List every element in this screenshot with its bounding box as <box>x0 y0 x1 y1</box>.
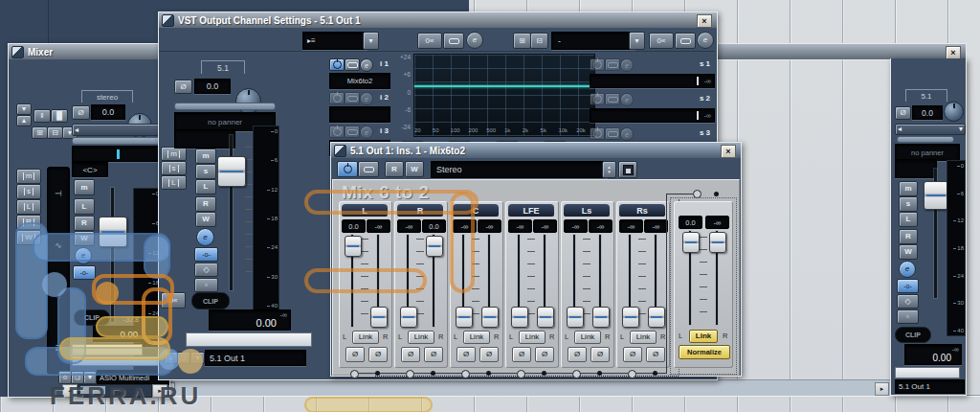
vst-title-bar[interactable]: VST Output Channel Settings - 5.1 Out 1 <box>159 12 717 28</box>
level-display[interactable]: -∞ 0.00 <box>209 309 291 331</box>
route-dot[interactable] <box>375 371 380 376</box>
mixer-scroll-track[interactable] <box>78 384 152 398</box>
route-circle[interactable] <box>517 370 525 378</box>
insert1-slot[interactable]: Mix6to2 <box>329 73 390 89</box>
write-button[interactable]: W <box>899 244 918 260</box>
send3-power-button[interactable] <box>590 127 605 140</box>
eq-display[interactable]: 20501002005001k2k5k10k20k <box>413 54 595 137</box>
inserts-bypass-button[interactable] <box>443 33 464 49</box>
copy-icon[interactable]: ❏ <box>177 352 190 364</box>
midi-icon[interactable]: ◌ <box>56 291 60 301</box>
master-link-button[interactable]: Link <box>689 330 718 343</box>
plugin-write-button[interactable]: W <box>405 161 424 177</box>
left-fader[interactable] <box>345 236 362 257</box>
inserts-reset-button[interactable]: 0« <box>417 33 442 49</box>
send3-edit-button[interactable]: e <box>620 127 634 141</box>
left-fader[interactable] <box>456 307 473 328</box>
solo-button[interactable]: s <box>899 196 918 212</box>
inserts-edit-button[interactable]: e <box>466 32 483 49</box>
left-fader[interactable] <box>400 307 417 328</box>
route-dot[interactable] <box>597 371 602 376</box>
program-spinner[interactable]: ▴ ▾ <box>602 161 616 178</box>
strip-listen-bracket[interactable]: L <box>161 175 187 190</box>
lock-icon[interactable]: ⊙ <box>165 352 178 364</box>
narrow-channels-icon[interactable]: ‖ <box>33 109 51 123</box>
insert-presets-dropdown[interactable]: ▸≡ <box>302 32 368 50</box>
left-phase-button[interactable]: Ø <box>401 347 420 362</box>
output-fader[interactable] <box>924 181 948 210</box>
route-dot[interactable] <box>431 371 435 376</box>
edit-channel-button[interactable]: e <box>196 228 214 246</box>
scroll-down-button[interactable]: ▾ <box>16 103 32 115</box>
global-read-button[interactable]: R <box>16 215 41 230</box>
right-fader[interactable] <box>592 307 610 328</box>
eq-reset-button[interactable]: 0« <box>649 33 674 49</box>
route-dot[interactable] <box>542 371 546 376</box>
mixer-scroll-right[interactable]: ▸ <box>152 384 167 398</box>
eq-store-button[interactable]: ⊞ <box>513 33 531 49</box>
send2-level-bar[interactable]: -∞ <box>590 108 715 123</box>
plugin-power-button[interactable] <box>337 161 358 177</box>
wave-icon[interactable]: ∿ <box>55 240 62 250</box>
spinner-down-icon[interactable]: ▾ <box>608 170 611 174</box>
solo-button[interactable]: s <box>195 164 216 179</box>
master-right-fader[interactable] <box>709 232 726 253</box>
insert2-power-button[interactable] <box>329 92 345 104</box>
copy-icon[interactable]: ❏ <box>71 371 84 384</box>
write-button[interactable]: W <box>74 231 95 246</box>
right-gain-display[interactable]: -∞ <box>644 219 668 233</box>
channel-name-display[interactable]: 5.1 Out 1 <box>895 379 965 394</box>
route-dot[interactable] <box>486 371 491 376</box>
sends-edit-button[interactable]: e <box>697 32 714 49</box>
right-gain-display[interactable]: -∞ <box>478 219 501 233</box>
insert1-power-button[interactable] <box>329 58 345 71</box>
left-gain-display[interactable]: -∞ <box>508 219 532 233</box>
link-button[interactable]: Link <box>408 331 434 344</box>
eq-presets-dropdown[interactable]: - <box>551 32 635 50</box>
right-phase-button[interactable]: Ø <box>479 347 499 362</box>
read-button[interactable]: R <box>74 216 95 231</box>
lock-icon[interactable]: ⊙ <box>58 371 72 384</box>
left-phase-button[interactable]: Ø <box>512 347 531 362</box>
listen-button[interactable]: L <box>899 212 918 227</box>
paste-settings-icon[interactable]: ⊟ <box>47 126 63 139</box>
eq-presets-arrow[interactable]: ▾ <box>629 32 645 50</box>
list-icon[interactable]: ≣ <box>55 343 62 353</box>
mute-button[interactable]: m <box>899 181 918 196</box>
plugin-title-bar[interactable]: 5.1 Out 1: Ins. 1 - Mix6to2 <box>331 143 741 158</box>
left-phase-button[interactable]: Ø <box>345 347 365 362</box>
write-button[interactable]: W <box>195 212 216 227</box>
send1-power-button[interactable] <box>590 58 605 71</box>
left-fader[interactable] <box>622 307 639 328</box>
route-circle[interactable] <box>350 370 359 378</box>
pan-display[interactable] <box>72 146 164 162</box>
route-circle[interactable] <box>572 370 581 378</box>
insert3-power-button[interactable] <box>329 126 345 138</box>
panner-mode-button[interactable]: ◇ <box>194 263 218 277</box>
global-mute-button[interactable]: m <box>16 169 41 184</box>
pan-value-display[interactable]: <C> <box>72 162 108 177</box>
left-phase-button[interactable]: Ø <box>623 347 642 362</box>
panner-mode-button[interactable]: ◇ <box>897 294 919 309</box>
channel-fader[interactable] <box>217 156 246 187</box>
channel-fader[interactable] <box>99 217 127 247</box>
insert3-bypass-button[interactable] <box>345 126 360 138</box>
output-routing-button[interactable]: -o- <box>897 279 919 293</box>
pan-knob[interactable] <box>944 102 964 122</box>
output-menu-arrow[interactable]: ▾ <box>83 371 97 384</box>
global-solo-button[interactable]: s <box>16 184 41 199</box>
insert2-slot[interactable] <box>329 106 390 123</box>
link-button[interactable]: Link <box>630 331 657 344</box>
left-fader[interactable] <box>511 307 528 328</box>
right-phase-button[interactable]: Ø <box>646 347 665 362</box>
wide-channels-icon[interactable]: ▐▌ <box>51 109 68 123</box>
send2-bypass-button[interactable] <box>605 93 620 105</box>
strip-mute-bracket[interactable]: m <box>161 147 187 161</box>
reset-channel-button[interactable]: 0« <box>161 292 186 309</box>
link-button[interactable]: Link <box>519 331 546 344</box>
gain-display[interactable]: 0.0 <box>194 79 231 94</box>
global-listen-button[interactable]: L <box>16 199 41 215</box>
global-write-button[interactable]: W <box>16 230 41 245</box>
plugin-read-button[interactable]: R <box>385 161 404 177</box>
left-gain-display[interactable]: -∞ <box>564 219 588 233</box>
